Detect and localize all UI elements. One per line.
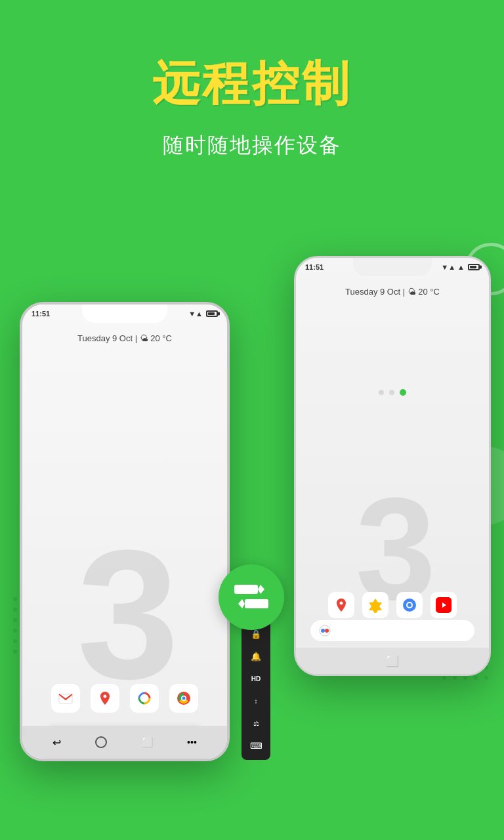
screen-dot-2 [389,390,394,395]
svg-rect-11 [135,689,154,707]
svg-rect-19 [245,599,268,608]
svg-marker-21 [238,604,245,608]
toolbar-sound[interactable]: 🔔 [244,646,268,667]
screen-dot-3 [400,389,406,396]
phone-front-frame: 11:51 ▼▲ Tuesday 9 Oct | 🌤 20 °C 3 [20,302,230,761]
screen-dot-1 [379,390,384,395]
phone-back-nav-bar: ⬜ [296,648,489,674]
svg-marker-20 [238,599,245,604]
svg-point-7 [325,629,329,633]
phone-front-vol-up [20,390,22,416]
app-icon-photos [130,684,159,713]
app-icon-chrome [169,684,198,713]
toolbar-keyboard[interactable]: ⌨ [244,735,268,756]
wifi-icon: ▲ [457,263,465,271]
toolbar-fit[interactable]: ⚖ [244,713,268,734]
menu-button: ••• [187,737,197,747]
phone-front-notch [82,304,167,323]
phone-front-nav-bar: ↩ ⬜ ••• [22,726,227,759]
phone-front-app-row [22,684,227,713]
signal-bars-icon: ▼▲ [188,310,203,318]
phone-back-google-bar [310,620,474,641]
phone-front-power-btn [228,370,230,410]
phone-back-frame: 11:51 ▼▲ ▲ Tuesday 9 Oct | 🌤 20 °C [294,256,491,676]
toolbar-hd[interactable]: HD [244,668,268,689]
svg-point-15 [182,697,186,700]
home-button: ⬜ [386,655,399,667]
signal-icon: ▼▲ [441,263,455,271]
back-button: ↩ [52,736,61,749]
recents-button: ⬜ [142,737,153,747]
phone-front-status-icons: ▼▲ [188,310,218,318]
phone-front-big-number: 3 [77,522,173,706]
subtitle: 随时随地操作设备 [0,131,504,160]
phone-back-vol-up [294,343,295,369]
title-section: 远程控制 随时随地操作设备 [0,0,504,160]
phone-back-power-btn [490,324,491,363]
transfer-icon [232,581,271,614]
app-icon-maps-back [328,592,354,618]
app-icon-chrome-back [396,592,423,618]
phone-back: 11:51 ▼▲ ▲ Tuesday 9 Oct | 🌤 20 °C [294,256,491,676]
phone-back-app-row [296,592,489,618]
app-icon-youtube-back [430,592,457,618]
svg-rect-16 [234,585,258,594]
phones-container: 11:51 ▼▲ ▲ Tuesday 9 Oct | 🌤 20 °C [0,217,504,840]
battery-icon-front [206,310,218,317]
phone-front-screen: 11:51 ▼▲ Tuesday 9 Oct | 🌤 20 °C 3 [22,304,227,759]
transfer-circle[interactable] [219,564,284,630]
phone-front-weather: Tuesday 9 Oct | 🌤 20 °C [22,333,227,343]
svg-marker-17 [258,585,264,589]
phone-back-vol-down [294,375,295,401]
phone-front: 11:51 ▼▲ Tuesday 9 Oct | 🌤 20 °C 3 [20,302,230,761]
main-title: 远程控制 [0,52,504,116]
phone-front-time: 11:51 [32,310,50,318]
app-icon-maps [91,684,119,713]
phone-back-time: 11:51 [305,263,324,271]
app-icon-gmail [51,684,80,713]
home-button-front [95,736,107,748]
phone-back-notch [353,258,432,276]
svg-point-6 [321,629,325,633]
phone-front-vol-down [20,421,22,448]
app-icon-photos-back [362,592,388,618]
page-container: 远程控制 随时随地操作设备 11:51 ▼▲ ▲ [0,0,504,840]
phone-front-left-btn [20,357,22,383]
phone-back-status-icons: ▼▲ ▲ [441,263,480,271]
battery-icon [468,264,480,270]
phone-back-weather: Tuesday 9 Oct | 🌤 20 °C [296,287,489,297]
toolbar-quality[interactable]: ↕ [244,690,268,711]
svg-point-2 [408,603,411,607]
svg-marker-18 [258,589,264,594]
phone-back-screen: 11:51 ▼▲ ▲ Tuesday 9 Oct | 🌤 20 °C [296,258,489,674]
screen-dots [379,389,406,396]
